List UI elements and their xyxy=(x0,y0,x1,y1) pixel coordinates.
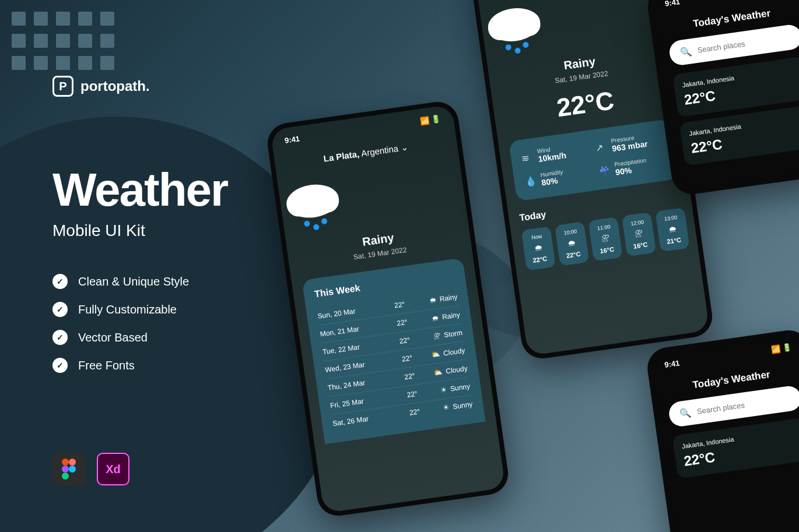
status-time: 9:41 xyxy=(284,134,300,145)
feature-item: ✓Clean & Unique Style xyxy=(52,274,189,289)
status-icons: 📶 🔋 xyxy=(419,114,441,126)
week-forecast-card: This Week Sun, 20 Mar22°🌧Rainy Mon, 21 M… xyxy=(302,258,486,444)
precip-icon: ☔ xyxy=(598,165,610,177)
status-time: 9:41 xyxy=(664,0,681,8)
check-icon: ✓ xyxy=(52,358,68,373)
rainy-icon: 🌧 xyxy=(429,295,437,305)
hero-title: Weather xyxy=(52,163,227,217)
status-time: 9:41 xyxy=(664,358,680,369)
search-icon: 🔍 xyxy=(679,45,692,58)
storm-icon: ⛈ xyxy=(628,228,649,240)
brand-name: portopath. xyxy=(80,78,150,94)
feature-item: ✓Free Fonts xyxy=(52,358,189,373)
feature-item: ✓Fully Customizable xyxy=(52,302,189,317)
phone-mockup-search-bottom: 9:41 📶 🔋 Today's Weather 🔍 Jakarta, Indo… xyxy=(645,327,799,532)
sunny-icon: ☀ xyxy=(443,403,450,412)
svg-point-15 xyxy=(514,47,521,54)
check-icon: ✓ xyxy=(52,302,68,317)
pressure-stat: ↗Pressure963 mbar xyxy=(594,131,663,156)
svg-point-3 xyxy=(69,466,76,473)
chevron-down-icon: ⌄ xyxy=(400,142,409,153)
svg-point-2 xyxy=(62,466,69,473)
storm-icon: ⛈ xyxy=(595,232,616,245)
svg-point-10 xyxy=(321,218,327,224)
rainy-icon: 🌧 xyxy=(662,223,683,235)
feature-list: ✓Clean & Unique Style ✓Fully Customizabl… xyxy=(52,274,189,373)
hour-card[interactable]: Now🌧22°C xyxy=(521,226,556,270)
storm-icon: ⛈ xyxy=(433,332,441,341)
hourly-section: Today Now🌧22°C 10:00🌧22°C 11:00⛈16°C 12:… xyxy=(509,189,698,272)
check-icon: ✓ xyxy=(52,274,68,289)
status-icons: 📶 🔋 xyxy=(770,343,792,354)
xd-badge: Xd xyxy=(97,453,129,485)
decorative-dot-grid xyxy=(12,12,114,70)
wind-stat: ≋Wind10km/h xyxy=(521,141,589,166)
hero-subtitle: Mobile UI Kit xyxy=(52,221,145,240)
humidity-stat: 💧Humidity80% xyxy=(524,165,592,190)
check-icon: ✓ xyxy=(52,330,68,345)
hour-card[interactable]: 10:00🌧22°C xyxy=(555,221,589,266)
brand-logo: P portopath. xyxy=(52,76,150,97)
sunny-icon: ☀ xyxy=(440,385,447,394)
cloudy-icon: ⛅ xyxy=(430,350,440,359)
place-card[interactable]: Jakarta, Indonesia 22°C xyxy=(672,417,799,478)
logo-icon: P xyxy=(52,76,73,97)
tool-badges: Xd xyxy=(52,453,129,485)
rainy-icon: 🌧 xyxy=(562,237,583,249)
cloudy-icon: ⛅ xyxy=(433,368,443,377)
svg-point-9 xyxy=(313,224,320,230)
feature-item: ✓Vector Based xyxy=(52,330,189,345)
svg-point-16 xyxy=(523,41,529,48)
rainy-icon: 🌧 xyxy=(528,242,549,254)
search-input[interactable] xyxy=(696,394,794,416)
place-card[interactable]: Jakarta, Indonesia 22°C xyxy=(672,56,799,117)
search-icon: 🔍 xyxy=(679,407,692,420)
search-input[interactable] xyxy=(697,32,795,54)
svg-point-8 xyxy=(304,220,310,227)
svg-point-14 xyxy=(505,44,511,51)
figma-badge xyxy=(52,453,85,485)
pressure-icon: ↗ xyxy=(595,141,607,153)
hour-card[interactable]: 12:00⛈16°C xyxy=(622,212,656,256)
weather-stats-card: ≋Wind10km/h ↗Pressure963 mbar 💧Humidity8… xyxy=(509,119,678,202)
svg-point-4 xyxy=(62,473,69,480)
svg-point-0 xyxy=(62,459,69,466)
hour-card[interactable]: 13:00🌧21°C xyxy=(655,207,689,252)
svg-point-1 xyxy=(69,459,76,466)
humidity-icon: 💧 xyxy=(524,175,536,187)
hour-card[interactable]: 11:00⛈16°C xyxy=(588,217,623,261)
wind-icon: ≋ xyxy=(521,152,532,163)
rainy-icon: 🌧 xyxy=(431,313,439,323)
precip-stat: ☔Precipitation90% xyxy=(598,154,666,179)
